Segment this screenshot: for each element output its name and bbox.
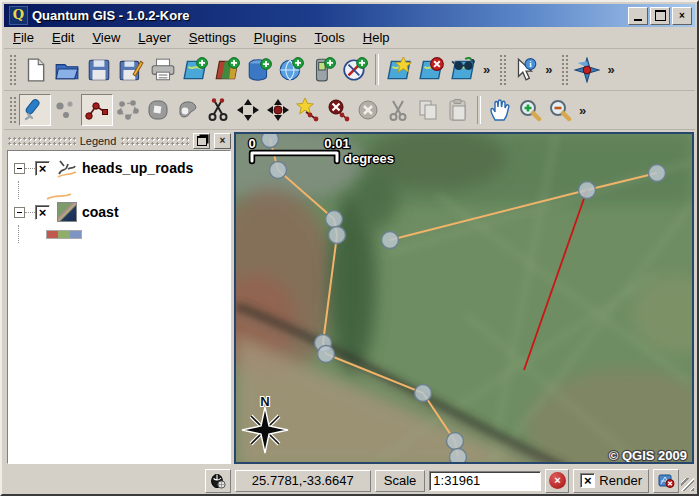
vertex-marker <box>270 162 287 179</box>
capture-point-button[interactable] <box>51 95 81 125</box>
window-resize-grip[interactable] <box>681 478 694 491</box>
open-project-button[interactable] <box>51 54 83 86</box>
add-postgis-layer-button[interactable] <box>243 54 275 86</box>
menu-item-edit[interactable]: Edit <box>43 28 83 47</box>
legend-panel: Legend × ×heads_up_roads×coast <box>7 132 231 464</box>
paste-features-button[interactable] <box>443 95 473 125</box>
zoom-to-selection-button[interactable] <box>571 54 603 86</box>
coordinate-display: 25.7781,-33.6647 <box>235 470 371 492</box>
legend-layer-coast[interactable]: ×coast <box>8 199 230 225</box>
add-to-overview-button[interactable] <box>447 54 479 86</box>
toolbar-separator <box>375 54 379 85</box>
delete-vertex-button[interactable] <box>323 95 353 125</box>
add-vector-layer-button[interactable] <box>179 54 211 86</box>
tree-connector <box>25 167 35 169</box>
layer-visibility-checkbox[interactable]: × <box>35 205 50 220</box>
scale-bar-left-label: 0 <box>248 136 255 151</box>
stop-render-icon: × <box>549 472 566 489</box>
layer-visibility-checkbox[interactable]: × <box>35 161 50 176</box>
save-project-button[interactable] <box>83 54 115 86</box>
vertex-marker <box>447 433 464 450</box>
vertex-marker <box>262 134 279 148</box>
toolbar-grip[interactable] <box>8 95 16 125</box>
save-project-as-button[interactable] <box>115 54 147 86</box>
tree-expander[interactable] <box>14 163 25 174</box>
scale-label: Scale <box>375 470 426 492</box>
menu-item-settings[interactable]: Settings <box>180 28 245 47</box>
toggle-editing-button[interactable] <box>19 94 51 126</box>
status-bar: 25.7781,-33.6647 Scale × × Render <box>4 467 695 494</box>
panel-close-button[interactable]: × <box>214 133 231 149</box>
application-window: Q Quantum GIS - 1.0.2-Kore × FileEditVie… <box>0 0 699 496</box>
vertex-marker <box>326 211 343 228</box>
tree-connector <box>25 211 35 213</box>
remove-layer-button[interactable] <box>415 54 447 86</box>
menu-item-layer[interactable]: Layer <box>129 28 180 47</box>
add-vertex-button[interactable] <box>293 95 323 125</box>
capture-polygon-button[interactable] <box>113 95 143 125</box>
move-vertex-button[interactable] <box>233 95 263 125</box>
crs-status-button[interactable] <box>653 469 679 493</box>
toolbar-grip[interactable] <box>498 53 506 86</box>
menu-item-tools[interactable]: Tools <box>305 28 353 47</box>
reshape-features-button[interactable] <box>173 95 203 125</box>
menu-item-file[interactable]: File <box>4 28 43 47</box>
panel-grip-texture <box>7 136 76 145</box>
zoom-out-button[interactable] <box>545 95 575 125</box>
legend-titlebar[interactable]: Legend × <box>7 132 231 149</box>
satellite-basemap <box>236 134 692 462</box>
stop-render-button[interactable]: × <box>545 469 569 493</box>
add-wms-layer-button[interactable] <box>275 54 307 86</box>
identify-features-button[interactable]: i <box>509 54 541 86</box>
layer-name: coast <box>82 204 119 220</box>
vertex-marker <box>450 449 467 463</box>
gps-tools-button[interactable] <box>307 54 339 86</box>
add-raster-layer-button[interactable] <box>211 54 243 86</box>
mouse-position-icon <box>210 473 226 489</box>
roads-icon <box>56 158 78 178</box>
toolbar-overflow-chevron[interactable]: » <box>603 62 618 77</box>
new-vector-layer-button[interactable] <box>383 54 415 86</box>
delete-selected-button[interactable] <box>353 95 383 125</box>
mouse-position-toggle-button[interactable] <box>205 469 231 493</box>
render-checkbox[interactable]: × <box>580 473 595 488</box>
toolbar-overflow-chevron[interactable]: » <box>479 62 494 77</box>
crs-status-icon <box>658 473 675 489</box>
toolbar-grip[interactable] <box>560 53 568 86</box>
copy-features-button[interactable] <box>413 95 443 125</box>
close-button[interactable]: × <box>672 7 692 25</box>
split-features-button[interactable] <box>203 95 233 125</box>
float-icon <box>197 136 207 146</box>
vertex-marker <box>649 165 666 182</box>
raster-color-swatch <box>46 230 82 239</box>
pan-map-button[interactable] <box>485 95 515 125</box>
qgis-app-icon: Q <box>9 6 28 25</box>
toolbar-overflow-chevron[interactable]: » <box>575 103 590 118</box>
menu-bar: FileEditViewLayerSettingsPluginsToolsHel… <box>4 27 695 49</box>
panel-float-button[interactable] <box>193 133 210 149</box>
close-icon: × <box>220 135 226 146</box>
title-bar[interactable]: Q Quantum GIS - 1.0.2-Kore × <box>4 4 695 27</box>
print-composer-button[interactable] <box>147 54 179 86</box>
minimize-button[interactable] <box>628 7 648 25</box>
tree-expander[interactable] <box>14 207 25 218</box>
capture-line-button[interactable] <box>81 94 113 126</box>
map-canvas[interactable]: 0 0.01 degrees N © QGIS 2009 <box>234 132 694 464</box>
menu-item-view[interactable]: View <box>83 28 129 47</box>
legend-layer-heads_up_roads[interactable]: ×heads_up_roads <box>8 155 230 181</box>
scale-input[interactable] <box>429 471 541 491</box>
menu-item-help[interactable]: Help <box>354 28 399 47</box>
new-project-button[interactable] <box>19 54 51 86</box>
create-gpx-layer-button[interactable] <box>339 54 371 86</box>
cut-features-button[interactable] <box>383 95 413 125</box>
zoom-in-button[interactable] <box>515 95 545 125</box>
maximize-button[interactable] <box>650 7 670 25</box>
toolbar-grip[interactable] <box>8 53 16 86</box>
render-checkbox-label: Render <box>599 473 642 488</box>
menu-item-plugins[interactable]: Plugins <box>245 28 306 47</box>
close-icon: × <box>679 10 685 21</box>
render-toggle[interactable]: × Render <box>573 469 649 493</box>
toolbar-overflow-chevron[interactable]: » <box>541 62 556 77</box>
node-tool-button[interactable] <box>263 95 293 125</box>
move-feature-button[interactable] <box>143 95 173 125</box>
